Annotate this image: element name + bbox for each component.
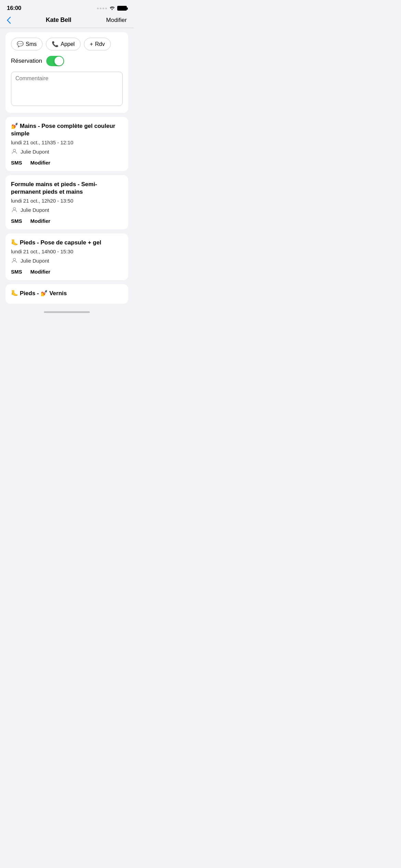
reservation-label: Réservation: [11, 58, 42, 64]
status-icons: [97, 5, 127, 11]
appt-person-name-2: Julie Dupont: [21, 207, 49, 213]
sms-label: Sms: [26, 41, 37, 47]
svg-point-2: [13, 258, 16, 261]
home-indicator: [0, 308, 134, 316]
action-card: 💬 Sms 📞 Appel + Rdv Réservation: [5, 32, 128, 113]
wifi-icon: [109, 5, 115, 11]
appel-button[interactable]: 📞 Appel: [46, 38, 81, 50]
appt-actions-3: SMS Modifier: [11, 269, 123, 275]
appt-actions-1: SMS Modifier: [11, 160, 123, 166]
appt-time-2: lundi 21 oct., 12h20 - 13:50: [11, 198, 123, 204]
home-bar: [44, 311, 90, 313]
appt-sms-button-3[interactable]: SMS: [11, 269, 22, 275]
modifier-button[interactable]: Modifier: [106, 17, 127, 24]
person-icon-3: [11, 257, 18, 264]
person-icon-1: [11, 148, 18, 155]
main-content: 💬 Sms 📞 Appel + Rdv Réservation 💅 Mains …: [0, 28, 134, 308]
appt-icon-1: 💅: [11, 123, 20, 129]
partial-title-text: Pieds - 💅 Vernis: [20, 290, 67, 297]
reservation-toggle[interactable]: [46, 56, 64, 66]
appt-modifier-button-2[interactable]: Modifier: [31, 218, 50, 224]
appt-person-3: Julie Dupont: [11, 257, 123, 264]
appointment-card-2: Formule mains et pieds - Semi-permanent …: [5, 175, 128, 229]
appointment-card-1: 💅 Mains - Pose complète gel couleur simp…: [5, 117, 128, 171]
appt-person-name-3: Julie Dupont: [21, 258, 49, 264]
reservation-row: Réservation: [11, 56, 123, 66]
appt-modifier-button-1[interactable]: Modifier: [31, 160, 50, 166]
back-button[interactable]: [7, 17, 11, 24]
svg-point-0: [13, 149, 16, 152]
action-buttons: 💬 Sms 📞 Appel + Rdv: [11, 38, 123, 50]
status-bar: 16:00: [0, 0, 134, 14]
nav-bar: Kate Bell Modifier: [0, 14, 134, 28]
appt-sms-button-1[interactable]: SMS: [11, 160, 22, 166]
appt-actions-2: SMS Modifier: [11, 218, 123, 224]
rdv-button[interactable]: + Rdv: [84, 38, 111, 50]
partial-icon: 🦶: [11, 290, 20, 297]
comment-input[interactable]: [11, 72, 123, 106]
appt-title-2: Formule mains et pieds - Semi-permanent …: [11, 181, 123, 196]
battery-icon: [117, 6, 127, 11]
svg-point-1: [13, 208, 16, 210]
appt-sms-button-2[interactable]: SMS: [11, 218, 22, 224]
appt-person-name-1: Julie Dupont: [21, 149, 49, 155]
appt-title-1: 💅 Mains - Pose complète gel couleur simp…: [11, 122, 123, 137]
rdv-plus-icon: +: [90, 41, 93, 47]
appt-time-3: lundi 21 oct., 14h00 - 15:30: [11, 249, 123, 254]
appt-person-1: Julie Dupont: [11, 148, 123, 155]
person-icon-2: [11, 206, 18, 213]
sms-icon: 💬: [17, 41, 24, 47]
toggle-thumb: [54, 57, 63, 65]
appt-time-1: lundi 21 oct., 11h35 - 12:10: [11, 140, 123, 145]
appt-modifier-button-3[interactable]: Modifier: [31, 269, 50, 275]
partial-card: 🦶 Pieds - 💅 Vernis: [5, 284, 128, 304]
page-title: Kate Bell: [46, 16, 71, 24]
sms-button[interactable]: 💬 Sms: [11, 38, 42, 50]
appt-title-3: 🦶 Pieds - Pose de capsule + gel: [11, 239, 123, 246]
rdv-label: Rdv: [95, 41, 105, 47]
appt-person-2: Julie Dupont: [11, 206, 123, 213]
status-time: 16:00: [7, 5, 21, 12]
partial-title: 🦶 Pieds - 💅 Vernis: [11, 290, 123, 297]
appointment-card-3: 🦶 Pieds - Pose de capsule + gel lundi 21…: [5, 233, 128, 280]
appel-label: Appel: [61, 41, 75, 47]
appt-icon-3: 🦶: [11, 239, 20, 246]
signal-icon: [97, 8, 107, 9]
appel-icon: 📞: [52, 41, 59, 47]
